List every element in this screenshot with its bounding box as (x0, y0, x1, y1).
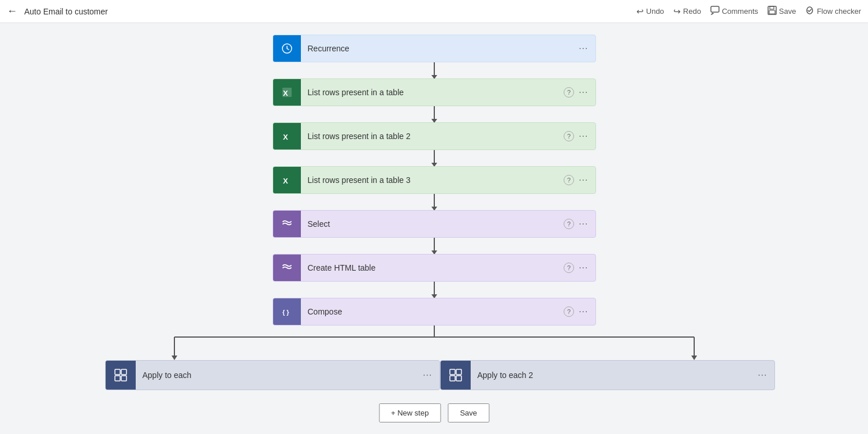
create-html-table-help-button[interactable]: ? (564, 263, 574, 273)
list-rows-2-icon: X (273, 122, 301, 150)
redo-label: Redo (683, 7, 701, 16)
flow-checker-label: Flow checker (817, 7, 861, 16)
list-rows-2-actions: ? ··· (564, 131, 595, 141)
connector-1 (434, 62, 435, 78)
step-apply-to-each[interactable]: Apply to each ··· (105, 360, 440, 390)
list-rows-3-icon: X (273, 166, 301, 194)
compose-icon: { } (273, 298, 301, 326)
step-apply-to-each-2[interactable]: Apply to each 2 ··· (440, 360, 775, 390)
branch-left: Apply to each ··· (105, 360, 440, 390)
recurrence-more-button[interactable]: ··· (579, 43, 588, 54)
list-rows-3-help-button[interactable]: ? (564, 175, 574, 185)
recurrence-icon (273, 35, 301, 62)
topbar-actions: ↩ Undo ↪ Redo Comments (636, 6, 861, 17)
svg-rect-20 (450, 369, 455, 375)
step-create-html-table[interactable]: Create HTML table ? ··· (273, 254, 596, 282)
comments-button[interactable]: Comments (710, 6, 758, 17)
comments-icon (710, 6, 720, 17)
apply-to-each-2-actions: ··· (758, 370, 774, 380)
svg-text:X: X (283, 89, 288, 98)
compose-help-button[interactable]: ? (564, 306, 574, 317)
step-list-rows-3[interactable]: X List rows present in a table 3 ? ··· (273, 166, 596, 194)
svg-rect-17 (121, 369, 126, 375)
create-html-table-icon (273, 254, 301, 282)
compose-actions: ? ··· (564, 306, 595, 317)
list-rows-2-label: List rows present in a table 2 (301, 132, 564, 141)
compose-more-button[interactable]: ··· (579, 306, 588, 317)
flow-main: Recurrence ··· X List rows present in a … (88, 35, 781, 390)
svg-rect-21 (456, 369, 461, 375)
step-list-rows-1[interactable]: X List rows present in a table ? ··· (273, 78, 596, 106)
apply-to-each-actions: ··· (423, 370, 439, 380)
select-icon (273, 210, 301, 238)
svg-text:{ }: { } (282, 309, 289, 316)
save-icon (768, 6, 777, 17)
branch-lines-svg (88, 326, 781, 360)
redo-button[interactable]: ↪ Redo (673, 6, 701, 17)
comments-label: Comments (722, 7, 758, 16)
create-html-table-label: Create HTML table (301, 263, 564, 272)
connector-6 (434, 282, 435, 298)
apply-to-each-more-button[interactable]: ··· (423, 370, 432, 380)
select-more-button[interactable]: ··· (579, 219, 588, 229)
flow-title: Auto Email to customer (24, 7, 632, 16)
back-button[interactable]: ← (7, 5, 17, 17)
connector-5 (434, 238, 435, 254)
flow-checker-icon (805, 6, 814, 17)
topbar: ← Auto Email to customer ↩ Undo ↪ Redo C… (0, 0, 868, 23)
list-rows-1-icon: X (273, 78, 301, 106)
flow-checker-button[interactable]: Flow checker (805, 6, 861, 17)
redo-icon: ↪ (673, 6, 681, 17)
create-html-table-actions: ? ··· (564, 263, 595, 273)
apply-to-each-icon (106, 360, 136, 390)
undo-button[interactable]: ↩ Undo (636, 6, 664, 17)
branch-right: Apply to each 2 ··· (440, 360, 775, 390)
recurrence-actions: ··· (579, 43, 595, 54)
bottom-buttons: + New step Save (379, 403, 489, 422)
list-rows-2-help-button[interactable]: ? (564, 131, 574, 141)
step-select[interactable]: Select ? ··· (273, 210, 596, 238)
branch-section: Apply to each ··· (88, 360, 781, 390)
create-html-table-more-button[interactable]: ··· (579, 263, 588, 273)
save-bottom-button[interactable]: Save (448, 403, 489, 422)
list-rows-1-help-button[interactable]: ? (564, 87, 574, 98)
step-recurrence[interactable]: Recurrence ··· (273, 35, 596, 62)
connector-4 (434, 194, 435, 210)
save-label-topbar: Save (779, 7, 796, 16)
svg-text:X: X (283, 133, 288, 141)
list-rows-3-actions: ? ··· (564, 175, 595, 185)
select-actions: ? ··· (564, 219, 595, 229)
list-rows-1-label: List rows present in a table (301, 88, 564, 97)
step-list-rows-2[interactable]: X List rows present in a table 2 ? ··· (273, 122, 596, 150)
svg-marker-13 (172, 356, 177, 360)
list-rows-3-label: List rows present in a table 3 (301, 175, 564, 185)
select-help-button[interactable]: ? (564, 219, 574, 229)
select-label: Select (301, 219, 564, 229)
svg-rect-0 (711, 6, 719, 12)
svg-rect-18 (115, 376, 120, 381)
svg-rect-3 (769, 10, 775, 14)
list-rows-2-more-button[interactable]: ··· (579, 131, 588, 141)
undo-icon: ↩ (636, 6, 644, 17)
apply-to-each-label: Apply to each (136, 371, 423, 380)
list-rows-3-more-button[interactable]: ··· (579, 175, 588, 185)
svg-rect-22 (450, 376, 455, 381)
svg-rect-16 (115, 369, 120, 375)
apply-to-each-2-more-button[interactable]: ··· (758, 370, 767, 380)
new-step-button[interactable]: + New step (379, 403, 441, 422)
list-rows-1-actions: ? ··· (564, 87, 595, 98)
compose-label: Compose (301, 307, 564, 316)
list-rows-1-more-button[interactable]: ··· (579, 87, 588, 98)
svg-rect-19 (121, 376, 126, 381)
apply-to-each-2-icon (441, 360, 471, 390)
save-topbar-button[interactable]: Save (768, 6, 796, 17)
branch-connector (88, 326, 781, 360)
svg-rect-23 (456, 376, 461, 381)
connector-2 (434, 106, 435, 122)
apply-to-each-2-label: Apply to each 2 (471, 371, 758, 380)
undo-label: Undo (646, 7, 664, 16)
flow-canvas: Recurrence ··· X List rows present in a … (0, 23, 868, 434)
recurrence-label: Recurrence (301, 44, 579, 53)
step-compose[interactable]: { } Compose ? ··· (273, 298, 596, 326)
svg-text:X: X (283, 177, 288, 185)
